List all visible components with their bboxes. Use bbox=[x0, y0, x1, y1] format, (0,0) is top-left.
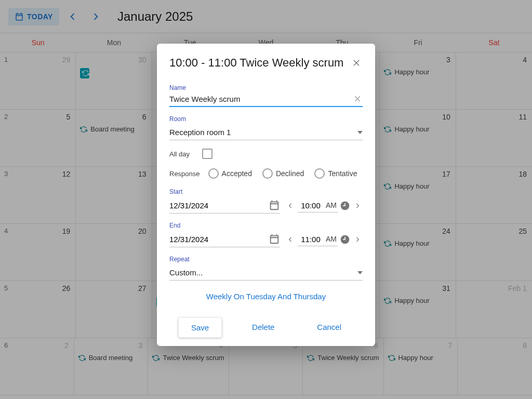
room-select[interactable]: Reception room 1 bbox=[169, 125, 363, 140]
allday-checkbox[interactable] bbox=[202, 149, 212, 159]
close-button[interactable] bbox=[350, 57, 363, 69]
name-label: Name bbox=[169, 84, 363, 91]
modal-overlay: 10:00 - 11:00 Twice Weekly scrum Name Ro… bbox=[0, 0, 532, 399]
start-ampm[interactable]: AM bbox=[326, 201, 337, 209]
end-time-increment[interactable] bbox=[352, 234, 363, 245]
chevron-down-icon bbox=[357, 131, 363, 134]
save-button[interactable]: Save bbox=[178, 317, 222, 338]
repeat-summary: Weekly On Tuesday And Thursday bbox=[169, 292, 363, 301]
chevron-right-icon bbox=[354, 202, 361, 209]
room-value: Reception room 1 bbox=[169, 128, 231, 137]
repeat-value: Custom... bbox=[169, 268, 203, 277]
delete-button[interactable]: Delete bbox=[240, 317, 287, 338]
start-time-increment[interactable] bbox=[352, 201, 363, 211]
name-input[interactable] bbox=[169, 95, 352, 103]
room-label: Room bbox=[169, 115, 363, 123]
close-icon bbox=[352, 58, 361, 68]
clear-name-button[interactable] bbox=[352, 94, 363, 104]
clock-icon[interactable] bbox=[340, 234, 350, 245]
chevron-left-icon bbox=[287, 202, 294, 209]
response-declined-radio[interactable]: Declined bbox=[262, 168, 304, 179]
calendar-icon[interactable] bbox=[269, 233, 280, 245]
start-label: Start bbox=[169, 188, 363, 195]
end-date-input[interactable] bbox=[169, 235, 269, 244]
end-time-decrement[interactable] bbox=[285, 234, 296, 245]
close-icon bbox=[353, 95, 362, 103]
cancel-button[interactable]: Cancel bbox=[304, 317, 354, 338]
chevron-left-icon bbox=[287, 236, 294, 243]
start-time-input[interactable] bbox=[299, 201, 323, 210]
calendar-icon[interactable] bbox=[269, 200, 280, 211]
end-ampm[interactable]: AM bbox=[326, 235, 337, 243]
repeat-select[interactable]: Custom... bbox=[169, 265, 363, 281]
event-editor-modal: 10:00 - 11:00 Twice Weekly scrum Name Ro… bbox=[157, 44, 375, 346]
chevron-right-icon bbox=[354, 236, 361, 243]
end-time-input[interactable] bbox=[299, 235, 323, 244]
start-time-decrement[interactable] bbox=[285, 201, 296, 211]
end-label: End bbox=[169, 222, 363, 229]
modal-title: 10:00 - 11:00 Twice Weekly scrum bbox=[169, 56, 343, 70]
allday-label: All day bbox=[169, 150, 190, 158]
response-accepted-radio[interactable]: Accepted bbox=[208, 168, 252, 179]
response-tentative-radio[interactable]: Tentative bbox=[314, 168, 357, 179]
chevron-down-icon bbox=[357, 271, 363, 274]
clock-icon[interactable] bbox=[340, 201, 350, 211]
start-date-input[interactable] bbox=[169, 201, 269, 210]
repeat-label: Repeat bbox=[169, 256, 363, 263]
response-label: Response bbox=[169, 170, 200, 178]
